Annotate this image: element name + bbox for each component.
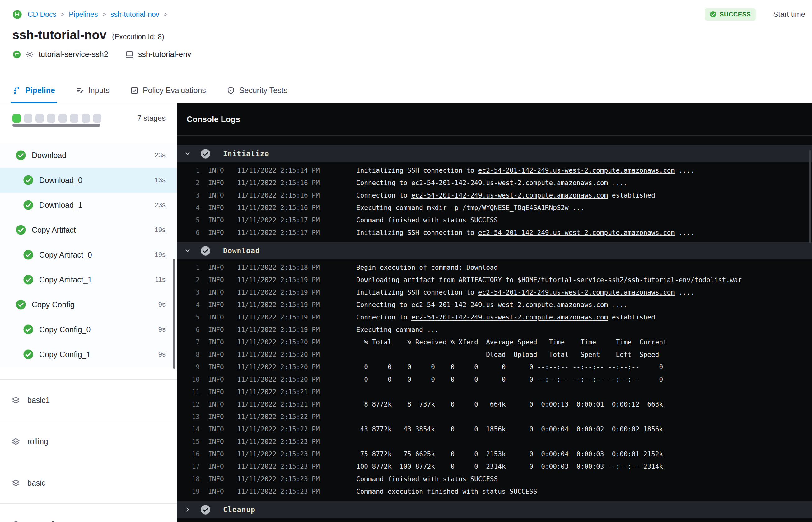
log-message: Initializing SSH connection to ec2-54-20… [356, 167, 694, 174]
header: CD Docs>Pipelines>ssh-tutorial-nov> SUCC… [0, 0, 812, 103]
harness-logo-icon [13, 9, 22, 19]
pipeline-stage-list: basic1rollingbasiccanary2 [0, 380, 177, 522]
log-timestamp: 11/11/2022 2:15:17 PM [237, 217, 356, 224]
stage-row-copy artifact[interactable]: Copy Artifact19s [0, 218, 177, 242]
log-message: Executing command mkdir -p /tmp/WYQNESE_… [356, 204, 584, 212]
log-link[interactable]: ec2-54-201-142-249.us-west-2.compute.ama… [411, 192, 608, 199]
log-level: INFO [208, 289, 237, 296]
stage-label: Download_0 [39, 176, 82, 185]
stage-label: Download_1 [39, 201, 82, 210]
line-number: 3 [177, 192, 200, 199]
log-message: 8 8772k 8 737k 0 0 664k 0 0:00:13 0:00:0… [356, 401, 663, 408]
log-section-download[interactable]: Download [177, 242, 812, 259]
line-number: 10 [177, 376, 200, 383]
success-check-icon [16, 150, 26, 161]
log-message: Downloading artifact from ARTIFACTORY to… [356, 276, 742, 284]
log-line: 18INFO11/11/2022 2:15:23 PMCommand finis… [177, 473, 812, 485]
log-line: 9INFO11/11/2022 2:15:20 PM 0 0 0 0 0 0 0… [177, 361, 812, 373]
breadcrumb-link[interactable]: Pipelines [69, 10, 98, 19]
inputs-icon [76, 86, 84, 95]
environment-name[interactable]: ssh-tutorial-env [138, 50, 191, 59]
stage-type-icon [11, 478, 21, 487]
stage-duration: 13s [155, 176, 165, 184]
stage-row-copy config_0[interactable]: Copy Config_09s [0, 317, 177, 342]
log-line: 14INFO11/11/2022 2:15:22 PM 43 8772k 43 … [177, 423, 812, 436]
stage-row-copy config_1[interactable]: Copy Config_19s [0, 342, 177, 367]
success-check-icon [200, 505, 210, 515]
log-timestamp: 11/11/2022 2:15:22 PM [237, 413, 356, 421]
minimap-stage-pending [70, 114, 78, 123]
log-section-cleanup[interactable]: Cleanup [177, 501, 812, 518]
service-name[interactable]: tutorial-service-ssh2 [39, 50, 108, 59]
line-number: 8 [177, 351, 200, 358]
log-level: INFO [208, 438, 237, 445]
line-number: 11 [177, 388, 200, 396]
log-timestamp: 11/11/2022 2:15:14 PM [237, 167, 356, 174]
log-level: INFO [208, 204, 237, 212]
stage-row-download_1[interactable]: Download_123s [0, 193, 177, 218]
stage-row-download_0[interactable]: Download_013s [0, 168, 177, 193]
header-right: SUCCESS Start time [705, 8, 808, 21]
stage-row-copy config[interactable]: Copy Config9s [0, 292, 177, 317]
log-section-initialize[interactable]: Initialize [177, 145, 812, 162]
stage-row-copy artifact_0[interactable]: Copy Artifact_019s [0, 242, 177, 267]
log-link[interactable]: ec2-54-201-142-249.us-west-2.compute.ama… [411, 301, 608, 308]
log-link[interactable]: ec2-54-201-142-249.us-west-2.compute.ama… [411, 179, 608, 187]
log-line: 3INFO11/11/2022 2:15:19 PMInitializing S… [177, 286, 812, 299]
tab-inputs[interactable]: Inputs [76, 86, 109, 103]
log-line: 2INFO11/11/2022 2:15:19 PMDownloading ar… [177, 274, 812, 286]
log-line: 16INFO11/11/2022 2:15:23 PM 75 8772k 75 … [177, 448, 812, 460]
log-line: 6INFO11/11/2022 2:15:19 PMExecuting comm… [177, 323, 812, 336]
tab-pipeline[interactable]: Pipeline [13, 86, 55, 103]
log-level: INFO [208, 363, 237, 371]
log-link[interactable]: ec2-54-201-142-249.us-west-2.compute.ama… [478, 289, 675, 296]
console-title: Console Logs [187, 115, 240, 124]
breadcrumb-separator: > [61, 11, 64, 18]
log-link[interactable]: ec2-54-201-142-249.us-west-2.compute.ama… [478, 167, 675, 174]
line-number: 15 [177, 438, 200, 445]
pipeline-item-basic1[interactable]: basic1 [0, 380, 177, 421]
minimap-scrollbar[interactable] [13, 124, 100, 127]
log-timestamp: 11/11/2022 2:15:19 PM [237, 301, 356, 308]
breadcrumb-link[interactable]: CD Docs [28, 10, 56, 19]
log-line: 19INFO11/11/2022 2:15:23 PMCommand execu… [177, 485, 812, 498]
log-section-title: Cleanup [223, 505, 256, 514]
stage-list: Download23sDownload_013sDownload_123sCop… [0, 143, 177, 367]
log-timestamp: 11/11/2022 2:15:23 PM [237, 488, 356, 495]
log-timestamp: 11/11/2022 2:15:20 PM [237, 376, 356, 383]
log-level: INFO [208, 192, 237, 199]
log-line: 8INFO11/11/2022 2:15:20 PM Dload Upload … [177, 348, 812, 361]
stage-count: 7 stages [137, 114, 165, 123]
console-scrollbar[interactable] [809, 150, 811, 243]
tabs: PipelineInputsPolicy EvaluationsSecurity… [13, 86, 308, 103]
tab-label: Pipeline [25, 86, 55, 95]
log-timestamp: 11/11/2022 2:15:16 PM [237, 192, 356, 199]
log-level: INFO [208, 488, 237, 495]
log-message: Executing command ... [356, 326, 439, 334]
pipeline-item-rolling[interactable]: rolling [0, 421, 177, 462]
pipeline-item-canary2[interactable]: canary2 [0, 504, 177, 522]
stage-duration: 23s [155, 201, 165, 209]
log-timestamp: 11/11/2022 2:15:19 PM [237, 326, 356, 334]
log-timestamp: 11/11/2022 2:15:23 PM [237, 438, 356, 445]
tab-policy-evaluations[interactable]: Policy Evaluations [130, 86, 206, 103]
stage-label: Download [32, 151, 66, 160]
success-check-icon [23, 200, 34, 210]
log-timestamp: 11/11/2022 2:15:19 PM [237, 276, 356, 284]
breadcrumb-link[interactable]: ssh-tutorial-nov [110, 10, 159, 19]
log-message: 100 8772k 100 8772k 0 0 2314k 0 0:00:03 … [356, 463, 663, 470]
log-link[interactable]: ec2-54-201-142-249.us-west-2.compute.ama… [411, 314, 608, 321]
pipeline-item-label: canary2 [27, 520, 55, 522]
tab-security-tests[interactable]: Security Tests [226, 86, 287, 103]
log-level: INFO [208, 326, 237, 334]
pipeline-item-label: basic [27, 479, 45, 487]
stage-minimap [13, 114, 101, 123]
stage-row-copy artifact_1[interactable]: Copy Artifact_111s [0, 267, 177, 292]
execution-id: (Execution Id: 8) [112, 33, 164, 41]
gear-icon [25, 50, 34, 59]
pipeline-item-basic[interactable]: basic [0, 462, 177, 504]
tab-label: Inputs [88, 86, 109, 95]
log-link[interactable]: ec2-54-201-142-249.us-west-2.compute.ama… [478, 229, 675, 236]
sidebar-scrollbar[interactable] [173, 259, 175, 369]
stage-row-download[interactable]: Download23s [0, 143, 177, 168]
